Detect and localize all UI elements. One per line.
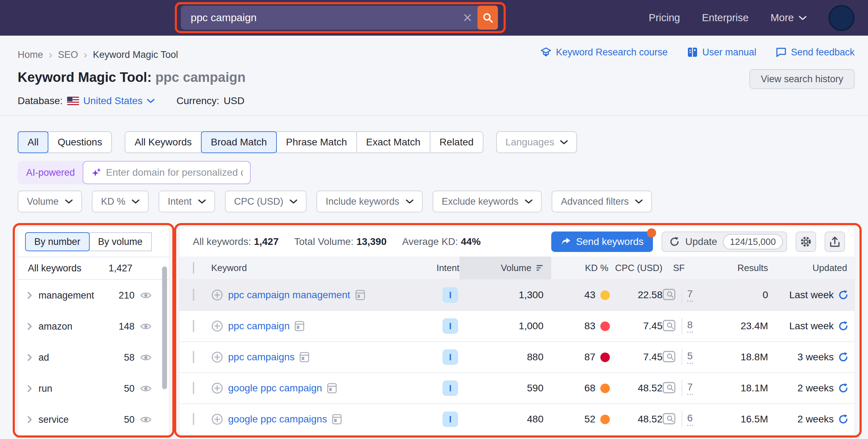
eye-icon[interactable] [140, 385, 151, 392]
keyword-search-input[interactable] [181, 12, 458, 24]
domain-input-wrap[interactable] [83, 161, 251, 184]
send-feedback-link[interactable]: Send feedback [775, 47, 855, 58]
user-avatar[interactable] [828, 5, 855, 31]
keyword-group-item[interactable]: run 50 [18, 373, 169, 404]
col-keyword[interactable]: Keyword [211, 263, 421, 273]
view-search-history-button[interactable]: View search history [749, 69, 855, 89]
tab[interactable]: Exact Match [356, 131, 430, 153]
col-volume[interactable]: Volume [459, 257, 551, 279]
add-keyword-icon[interactable] [211, 320, 223, 332]
intent-badge[interactable]: I [442, 349, 458, 365]
col-results[interactable]: Results [705, 263, 770, 273]
keyword-link[interactable]: ppc campaign [228, 320, 290, 332]
keyword-link[interactable]: google ppc campaigns [228, 414, 327, 425]
keyword-group-item[interactable]: amazon 148 [18, 311, 169, 342]
intent-badge[interactable]: I [442, 287, 458, 303]
sf-count[interactable]: 8 [687, 319, 693, 333]
filter-dropdown[interactable]: Advanced filters [552, 191, 652, 212]
col-intent[interactable]: Intent [421, 263, 459, 273]
row-checkbox[interactable] [193, 413, 194, 425]
export-button[interactable] [825, 231, 845, 252]
domain-input[interactable] [106, 167, 243, 178]
tab[interactable]: Related [430, 131, 484, 153]
clear-search-icon[interactable] [458, 6, 477, 30]
serp-features-icon[interactable] [662, 289, 677, 301]
tab[interactable]: All [18, 131, 48, 153]
filter-dropdown[interactable]: Include keywords [316, 191, 423, 212]
tab[interactable]: By number [25, 232, 90, 251]
intent-badge[interactable]: I [442, 411, 458, 427]
eye-icon[interactable] [140, 323, 151, 330]
keyword-link[interactable]: google ppc campaign [228, 383, 322, 394]
filter-dropdown[interactable]: Exclude keywords [433, 191, 542, 212]
filter-dropdown[interactable]: KD % [92, 191, 149, 212]
filter-dropdown[interactable]: Intent [159, 191, 215, 212]
keyword-search-bar[interactable] [181, 6, 498, 30]
chevron-down-icon[interactable] [147, 98, 155, 103]
serp-preview-icon[interactable] [355, 290, 365, 300]
sidebar-scrollbar[interactable] [162, 266, 167, 389]
add-keyword-icon[interactable] [211, 413, 223, 425]
breadcrumb-seo[interactable]: SEO [58, 49, 78, 60]
chevron-right-icon[interactable] [27, 323, 32, 330]
enterprise-link[interactable]: Enterprise [702, 12, 749, 24]
database-selector[interactable]: United States [83, 95, 143, 107]
serp-features-icon[interactable] [662, 320, 677, 332]
keyword-group-item[interactable]: ad 58 [18, 342, 169, 373]
col-updated[interactable]: Updated [770, 263, 855, 273]
chevron-right-icon[interactable] [27, 354, 32, 361]
more-menu[interactable]: More [771, 12, 807, 24]
refresh-icon[interactable] [838, 290, 849, 300]
tab[interactable]: Broad Match [201, 131, 277, 153]
chevron-right-icon[interactable] [27, 385, 32, 392]
add-keyword-icon[interactable] [211, 382, 223, 394]
sf-count[interactable]: 5 [687, 350, 693, 364]
send-keywords-button[interactable]: Send keywords [551, 231, 653, 252]
refresh-icon[interactable] [838, 414, 849, 425]
col-sf[interactable]: SF [662, 263, 705, 273]
pricing-link[interactable]: Pricing [649, 12, 680, 24]
all-keywords-row[interactable]: All keywords 1,427 [18, 257, 169, 280]
user-manual-link[interactable]: User manual [687, 47, 756, 58]
serp-preview-icon[interactable] [327, 383, 337, 393]
intent-badge[interactable]: I [442, 380, 458, 396]
breadcrumb-home[interactable]: Home [18, 49, 43, 60]
col-kd[interactable]: KD % [551, 263, 611, 273]
keyword-research-course-link[interactable]: Keyword Research course [540, 47, 668, 58]
refresh-icon[interactable] [838, 321, 849, 331]
refresh-icon[interactable] [838, 352, 849, 362]
filter-dropdown[interactable]: CPC (USD) [225, 191, 307, 212]
filter-dropdown[interactable]: Volume [18, 191, 82, 212]
keyword-link[interactable]: ppc campaign management [228, 289, 350, 301]
serp-preview-icon[interactable] [332, 414, 342, 425]
add-keyword-icon[interactable] [211, 351, 223, 363]
search-button[interactable] [477, 6, 498, 30]
serp-features-icon[interactable] [662, 413, 677, 426]
add-keyword-icon[interactable] [211, 289, 223, 301]
sf-count[interactable]: 7 [687, 381, 693, 395]
languages-dropdown[interactable]: Languages [496, 131, 577, 153]
row-checkbox[interactable] [193, 289, 194, 301]
row-checkbox[interactable] [193, 320, 194, 332]
col-cpc[interactable]: CPC (USD) [611, 263, 662, 273]
eye-icon[interactable] [140, 354, 151, 361]
serp-features-icon[interactable] [662, 382, 677, 395]
table-settings-button[interactable] [796, 231, 816, 252]
serp-preview-icon[interactable] [295, 321, 304, 331]
sf-count[interactable]: 6 [687, 413, 693, 426]
tab[interactable]: By volume [89, 232, 152, 251]
keyword-group-item[interactable]: service 50 [18, 404, 169, 435]
select-all-checkbox[interactable] [193, 262, 194, 274]
tab[interactable]: Questions [48, 131, 112, 153]
intent-badge[interactable]: I [442, 318, 458, 334]
chevron-right-icon[interactable] [27, 292, 32, 299]
update-button[interactable]: Update 124/15,000 [661, 231, 787, 252]
serp-preview-icon[interactable] [299, 352, 309, 362]
serp-features-icon[interactable] [662, 351, 677, 363]
tab[interactable]: All Keywords [125, 131, 202, 153]
chevron-right-icon[interactable] [27, 416, 32, 423]
eye-icon[interactable] [140, 291, 151, 299]
eye-icon[interactable] [140, 416, 151, 423]
keyword-group-item[interactable]: management 210 [18, 280, 169, 311]
row-checkbox[interactable] [193, 382, 194, 394]
